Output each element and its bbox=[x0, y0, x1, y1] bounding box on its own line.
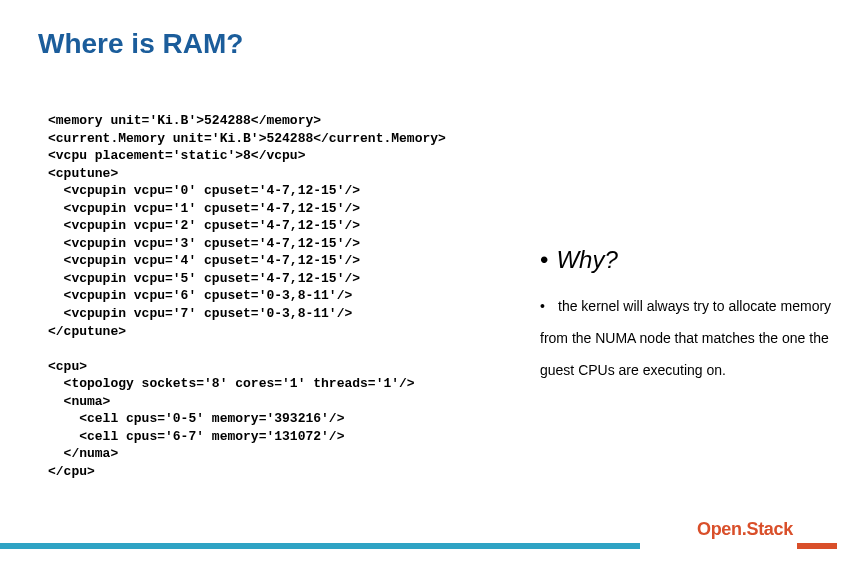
bullet-dot: • bbox=[540, 246, 548, 273]
slide-title: Where is RAM? bbox=[38, 28, 243, 60]
bullet-dot: • bbox=[540, 290, 558, 322]
xml-code-block: <memory unit='Ki.B'>524288</memory> <cur… bbox=[48, 112, 446, 480]
why-text: Why? bbox=[556, 246, 617, 273]
footer-bar-teal bbox=[0, 543, 640, 549]
footer-bar-orange bbox=[797, 543, 837, 549]
footer-accent-bar bbox=[0, 543, 851, 549]
why-heading: •Why? bbox=[540, 246, 618, 274]
openstack-logo: Open.Stack bbox=[697, 519, 793, 540]
explanation-paragraph: •the kernel will always try to allocate … bbox=[540, 290, 840, 387]
explanation-text: the kernel will always try to allocate m… bbox=[540, 298, 831, 378]
